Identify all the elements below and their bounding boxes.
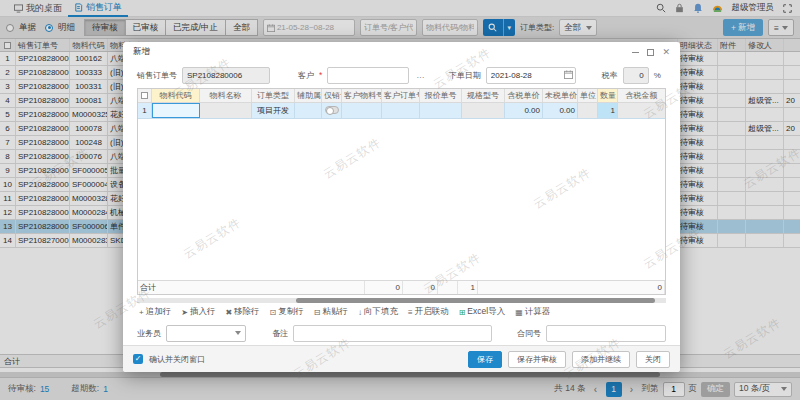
salesman-select[interactable] xyxy=(166,325,246,342)
sale-only-cell xyxy=(322,103,342,118)
qty-cell[interactable]: 1 xyxy=(598,103,618,118)
order-date-input[interactable] xyxy=(486,67,576,84)
aux-attr-cell[interactable] xyxy=(295,103,322,118)
contract-label: 合同号 xyxy=(517,328,541,339)
price-excl-cell[interactable]: 0.00 xyxy=(543,103,578,118)
col-quote-no[interactable]: 报价单号 xyxy=(420,89,462,102)
grid-row-toolbar: +追加行 ➤插入行 ✖移除行 ⊡复制行 ⊟粘贴行 ↓向下填充 ≡开启联动 ⊞Ex… xyxy=(123,303,680,321)
save-button[interactable]: 保存 xyxy=(468,351,502,368)
remark-input[interactable] xyxy=(293,325,492,342)
plus-icon: + xyxy=(139,308,144,317)
modal-header-form: 销售订单号 客户 * … 下单日期 税率 % xyxy=(123,62,680,88)
col-unit[interactable]: 单位 xyxy=(578,89,598,102)
excel-icon: ⊞ xyxy=(459,308,466,317)
salesman-label: 业务员 xyxy=(137,328,161,339)
paste-icon: ⊟ xyxy=(314,308,321,317)
unit-cell xyxy=(578,103,598,118)
calculator-icon: ▦ xyxy=(515,308,523,317)
hamburger-icon: ≡ xyxy=(408,308,413,317)
close-button[interactable]: 关闭 xyxy=(636,351,670,368)
modal-footer: ✓ 确认并关闭窗口 保存 保存并审核 添加并继续 关闭 xyxy=(123,345,680,372)
col-order-type[interactable]: 订单类型 xyxy=(252,89,295,102)
total-price-incl: 0 xyxy=(365,281,403,294)
checkbox-icon xyxy=(141,92,148,99)
window-controls: ✕ xyxy=(632,47,670,57)
order-date-label: 下单日期 xyxy=(449,70,481,81)
spec-cell xyxy=(462,103,505,118)
tax-unit: % xyxy=(654,71,661,80)
fill-down-button[interactable]: ↓向下填充 xyxy=(358,306,398,318)
scrollbar-thumb[interactable] xyxy=(296,298,656,303)
price-incl-cell[interactable]: 0.00 xyxy=(505,103,543,118)
col-material-name[interactable]: 物料名称 xyxy=(200,89,252,102)
customer-input[interactable] xyxy=(327,67,409,84)
tax-rate-input xyxy=(623,67,649,84)
quote-no-cell[interactable] xyxy=(420,103,462,118)
tax-rate-label: 税率 xyxy=(602,70,618,81)
append-row-button[interactable]: +追加行 xyxy=(139,306,171,318)
grid-total-label: 合计 xyxy=(138,281,178,294)
toggle-off-icon[interactable] xyxy=(325,106,339,114)
total-amount: 0 xyxy=(478,281,665,294)
calendar-icon[interactable] xyxy=(564,70,573,79)
col-aux-attr[interactable]: 辅助属性 xyxy=(295,89,322,102)
grid-empty-area xyxy=(138,119,665,280)
modal-detail-grid: 物料代码 物料名称 订单类型 辅助属性 仅销售 客户物料号 客户订单号 报价单号… xyxy=(137,88,666,295)
col-cust-material[interactable]: 客户物料号 xyxy=(342,89,382,102)
total-price-excl: 0 xyxy=(403,281,438,294)
arrow-down-icon: ↓ xyxy=(358,308,362,317)
insert-icon: ➤ xyxy=(181,308,188,317)
cust-order-cell[interactable] xyxy=(382,103,420,118)
copy-row-button[interactable]: ⊡复制行 xyxy=(270,306,304,318)
col-cust-order[interactable]: 客户订单号 xyxy=(382,89,420,102)
order-no-label: 销售订单号 xyxy=(137,70,177,81)
remark-label: 备注 xyxy=(272,328,288,339)
confirm-close-label: 确认并关闭窗口 xyxy=(149,354,205,365)
col-sale-only[interactable]: 仅销售 xyxy=(322,89,342,102)
insert-row-button[interactable]: ➤插入行 xyxy=(181,306,215,318)
add-continue-button[interactable]: 添加并继续 xyxy=(572,351,630,368)
enable-linkage-button[interactable]: ≡开启联动 xyxy=(408,306,449,318)
row-index: 1 xyxy=(138,103,152,118)
grid-data-row: 1 项目开发 0.00 0.00 1 xyxy=(138,103,665,119)
total-qty: 1 xyxy=(458,281,478,294)
col-material-code[interactable]: 物料代码 xyxy=(152,89,200,102)
order-type-cell[interactable]: 项目开发 xyxy=(252,103,295,118)
amount-cell xyxy=(618,103,665,118)
close-icon[interactable]: ✕ xyxy=(662,47,670,57)
material-name-cell xyxy=(200,103,252,118)
modal-title-bar: 新增 ✕ xyxy=(123,42,680,62)
app-window: 我的桌面 销售订单 超级管理员 单据 明细 待审核 已审核 已完成/中止 全部 … xyxy=(0,0,800,400)
save-audit-button[interactable]: 保存并审核 xyxy=(508,351,566,368)
remove-row-button[interactable]: ✖移除行 xyxy=(225,306,259,318)
grid-select-all[interactable] xyxy=(138,89,152,102)
col-price-incl[interactable]: 含税单价 xyxy=(505,89,543,102)
grid-total-row: 合计 0 0 1 0 xyxy=(138,280,665,294)
grid-horizontal-scrollbar[interactable] xyxy=(137,298,666,303)
remove-icon: ✖ xyxy=(225,308,232,317)
maximize-icon[interactable] xyxy=(647,49,654,56)
customer-label: 客户 xyxy=(298,70,314,81)
required-mark: * xyxy=(319,70,322,80)
customer-picker-button[interactable]: … xyxy=(414,70,427,80)
contract-input[interactable] xyxy=(546,325,666,342)
paste-row-button[interactable]: ⊟粘贴行 xyxy=(314,306,348,318)
col-price-excl[interactable]: 未税单价 xyxy=(543,89,578,102)
order-no-input xyxy=(182,67,270,84)
minimize-icon[interactable] xyxy=(632,52,639,53)
excel-import-button[interactable]: ⊞Excel导入 xyxy=(459,306,506,318)
chevron-down-icon xyxy=(235,331,241,335)
new-order-modal: 新增 ✕ 销售订单号 客户 * … 下单日期 税率 % xyxy=(123,42,680,372)
material-code-cell[interactable] xyxy=(152,103,200,118)
calculator-button[interactable]: ▦计算器 xyxy=(515,306,550,318)
checked-checkbox-icon[interactable]: ✓ xyxy=(133,354,143,364)
modal-bottom-form: 业务员 备注 合同号 xyxy=(123,321,680,345)
modal-title: 新增 xyxy=(133,46,150,58)
cust-material-cell[interactable] xyxy=(342,103,382,118)
col-spec[interactable]: 规格型号 xyxy=(462,89,505,102)
col-amount[interactable]: 含税金额 xyxy=(618,89,665,102)
copy-icon: ⊡ xyxy=(270,308,277,317)
grid-header-row: 物料代码 物料名称 订单类型 辅助属性 仅销售 客户物料号 客户订单号 报价单号… xyxy=(138,89,665,103)
col-qty[interactable]: 数量 xyxy=(598,89,618,102)
